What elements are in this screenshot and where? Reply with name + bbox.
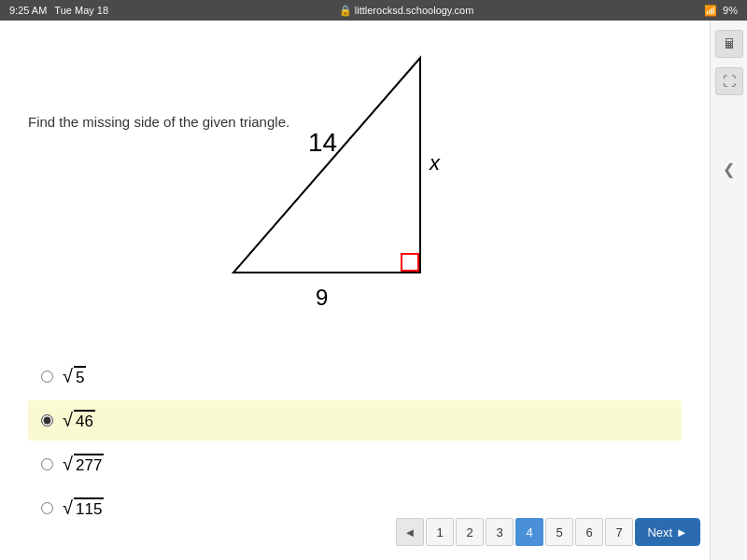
option-label-1: √5 xyxy=(63,366,86,387)
svg-marker-0 xyxy=(233,58,420,273)
option-radio-2[interactable] xyxy=(41,414,53,427)
option-radio-3[interactable] xyxy=(41,458,53,470)
option-radio-4[interactable] xyxy=(41,502,53,514)
wifi-icon: 📶 xyxy=(704,5,717,17)
page-button-6[interactable]: 6 xyxy=(575,518,603,546)
page-button-7[interactable]: 7 xyxy=(605,518,633,546)
next-page-button[interactable]: Next ► xyxy=(635,518,700,546)
date-display: Tue May 18 xyxy=(54,5,108,16)
main-container: Find the missing side of the given trian… xyxy=(0,21,747,560)
options-container: √5 √46 √277 √115 xyxy=(28,357,682,528)
calculator-button[interactable]: 🖩 xyxy=(715,30,743,58)
page-button-4[interactable]: 4 xyxy=(515,518,543,546)
page-button-5[interactable]: 5 xyxy=(545,518,573,546)
option-label-3: √277 xyxy=(63,454,104,475)
option-label-4: √115 xyxy=(63,497,104,519)
pagination-bar: ◄ 1 2 3 4 5 6 7 Next ► xyxy=(396,518,700,546)
option-row-3[interactable]: √277 xyxy=(28,444,682,484)
svg-rect-1 xyxy=(402,254,418,271)
status-bar-left: 9:25 AM Tue May 18 xyxy=(9,5,108,16)
page-button-1[interactable]: 1 xyxy=(426,518,454,546)
url-display: 🔒 littlerocksd.schoology.com xyxy=(108,5,704,17)
option-row-1[interactable]: √5 xyxy=(28,357,682,397)
option-row-2[interactable]: √46 xyxy=(28,400,682,441)
time-display: 9:25 AM xyxy=(9,5,47,16)
option-label-2: √46 xyxy=(63,410,95,431)
svg-text:9: 9 xyxy=(316,285,328,310)
page-button-3[interactable]: 3 xyxy=(486,518,514,546)
svg-text:14: 14 xyxy=(308,128,337,157)
svg-text:x: x xyxy=(429,151,441,175)
status-bar: 9:25 AM Tue May 18 🔒 littlerocksd.school… xyxy=(0,0,747,21)
expand-button[interactable]: ⛶ xyxy=(715,67,743,95)
page-button-2[interactable]: 2 xyxy=(456,518,484,546)
content-area: Find the missing side of the given trian… xyxy=(0,21,710,560)
triangle-svg: 14 x 9 xyxy=(205,39,504,310)
collapse-button[interactable]: ❮ xyxy=(723,161,735,178)
diagram-section: Find the missing side of the given trian… xyxy=(28,39,682,338)
sidebar: 🖩 ⛶ ❮ xyxy=(710,21,747,560)
option-radio-1[interactable] xyxy=(41,371,53,383)
triangle-diagram: 14 x 9 xyxy=(28,39,682,310)
status-bar-right: 📶 9% xyxy=(704,5,738,17)
battery-display: 9% xyxy=(723,5,738,16)
prev-page-button[interactable]: ◄ xyxy=(396,518,424,546)
